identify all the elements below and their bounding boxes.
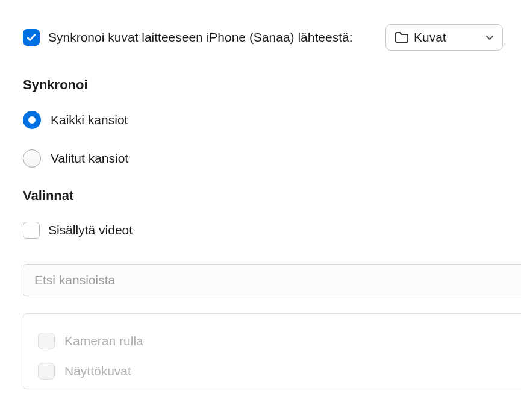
sync-photos-row: Synkronoi kuvat laitteeseen iPhone (Sana… — [23, 24, 521, 51]
search-folders-input[interactable] — [23, 264, 521, 296]
radio-row-all-folders[interactable]: Kaikki kansiot — [23, 111, 521, 129]
radio-row-selected-folders[interactable]: Valitut kansiot — [23, 149, 521, 168]
radio-all-folders[interactable] — [23, 111, 41, 129]
folder-item-screenshots[interactable]: Näyttökuvat — [38, 356, 507, 386]
folder-list: Kameran rulla Näyttökuvat — [23, 313, 521, 389]
folder-label-camera-roll: Kameran rulla — [64, 334, 143, 348]
include-videos-checkbox[interactable] — [23, 222, 40, 239]
include-videos-label: Sisällytä videot — [48, 223, 133, 237]
source-dropdown[interactable]: Kuvat — [385, 24, 503, 51]
folder-checkbox-screenshots[interactable] — [38, 363, 55, 380]
sync-photos-label: Synkronoi kuvat laitteeseen iPhone (Sana… — [48, 30, 353, 45]
options-section: Valinnat Sisällytä videot — [23, 188, 521, 239]
folder-label-screenshots: Näyttökuvat — [64, 364, 131, 378]
radio-all-folders-label: Kaikki kansiot — [51, 113, 128, 127]
radio-selected-folders[interactable] — [23, 149, 41, 168]
chevron-down-icon — [485, 33, 494, 42]
folder-item-camera-roll[interactable]: Kameran rulla — [38, 326, 507, 356]
options-section-title: Valinnat — [23, 188, 521, 204]
folder-checkbox-camera-roll[interactable] — [38, 333, 55, 349]
include-videos-row[interactable]: Sisällytä videot — [23, 222, 521, 239]
sync-radio-group: Kaikki kansiot Valitut kansiot — [23, 111, 521, 168]
sync-section-title: Synkronoi — [23, 77, 521, 93]
radio-selected-folders-label: Valitut kansiot — [51, 151, 128, 166]
folder-icon — [395, 31, 409, 43]
checkmark-icon — [26, 32, 37, 43]
source-dropdown-value: Kuvat — [414, 30, 481, 45]
sync-photos-checkbox[interactable] — [23, 29, 40, 46]
